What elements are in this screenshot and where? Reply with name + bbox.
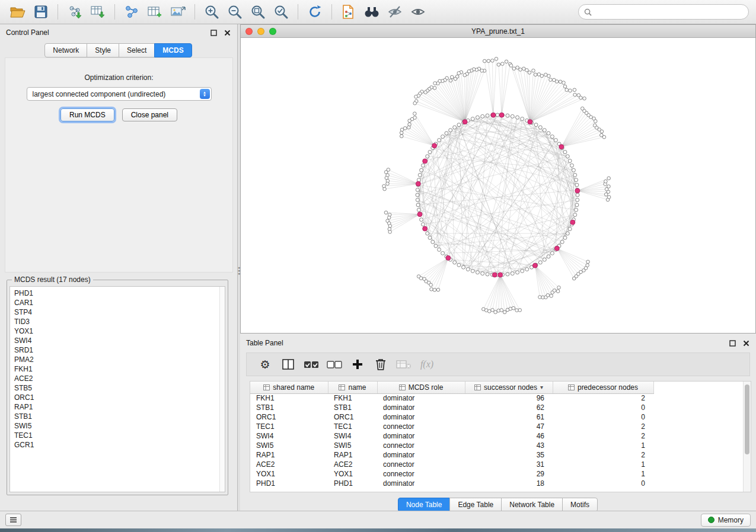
cell-successors[interactable]: 29 bbox=[465, 469, 553, 479]
search-input[interactable] bbox=[595, 8, 743, 16]
cell-successors[interactable]: 96 bbox=[465, 393, 553, 403]
tab-edge-table[interactable]: Edge Table bbox=[449, 498, 502, 512]
cell-role[interactable]: dominator bbox=[377, 479, 465, 488]
cell-shared-name[interactable]: ACE2 bbox=[250, 460, 328, 469]
select-all-rows-icon[interactable] bbox=[302, 356, 320, 373]
status-menu-icon[interactable] bbox=[5, 514, 21, 526]
export-image-icon[interactable] bbox=[167, 3, 189, 21]
mcds-result-item[interactable]: SWI4 bbox=[14, 336, 225, 345]
zoom-selected-icon[interactable] bbox=[270, 3, 292, 21]
cell-role[interactable]: connector bbox=[377, 441, 465, 450]
run-mcds-button[interactable]: Run MCDS bbox=[60, 108, 114, 121]
tab-network-table[interactable]: Network Table bbox=[501, 498, 563, 512]
table-row[interactable]: PHD1PHD1dominator180 bbox=[250, 479, 653, 488]
cell-role[interactable]: connector bbox=[377, 469, 465, 479]
float-panel-icon[interactable] bbox=[210, 29, 218, 37]
cell-predecessors[interactable]: 2 bbox=[553, 393, 653, 403]
table-row[interactable]: ACE2ACE2connector311 bbox=[250, 460, 653, 469]
cell-shared-name[interactable]: SWI4 bbox=[250, 431, 328, 441]
mcds-result-item[interactable]: PMA2 bbox=[14, 355, 225, 364]
maximize-window-icon[interactable] bbox=[269, 28, 276, 35]
deselect-all-rows-icon[interactable] bbox=[326, 356, 343, 373]
cell-successors[interactable]: 18 bbox=[465, 479, 553, 488]
table-scrollbar-thumb[interactable] bbox=[745, 384, 749, 454]
cell-predecessors[interactable]: 0 bbox=[553, 412, 653, 422]
memory-button[interactable]: Memory bbox=[701, 514, 751, 527]
cell-shared-name[interactable]: ORC1 bbox=[250, 412, 328, 422]
cell-successors[interactable]: 61 bbox=[465, 412, 553, 422]
cell-predecessors[interactable]: 2 bbox=[553, 422, 653, 431]
column-header-shared-name[interactable]: shared name bbox=[250, 382, 328, 393]
cell-predecessors[interactable]: 0 bbox=[553, 479, 653, 488]
tab-network[interactable]: Network bbox=[44, 43, 87, 57]
cell-role[interactable]: dominator bbox=[377, 450, 465, 460]
cell-role[interactable]: connector bbox=[377, 422, 465, 431]
import-table-icon[interactable] bbox=[87, 3, 109, 21]
cell-predecessors[interactable]: 2 bbox=[553, 450, 653, 460]
table-row[interactable]: SWI4SWI4dominator462 bbox=[250, 431, 653, 441]
cell-shared-name[interactable]: STB1 bbox=[250, 403, 328, 412]
cell-role[interactable]: dominator bbox=[377, 403, 465, 412]
cell-successors[interactable]: 62 bbox=[465, 403, 553, 412]
table-row[interactable]: STB1STB1dominator620 bbox=[250, 403, 653, 412]
table-row[interactable]: ORC1ORC1dominator610 bbox=[250, 412, 653, 422]
sort-descending-icon[interactable]: ▾ bbox=[540, 384, 543, 390]
refresh-layout-icon[interactable] bbox=[304, 3, 326, 21]
tab-style[interactable]: Style bbox=[87, 43, 119, 57]
add-column-icon[interactable] bbox=[349, 356, 366, 373]
table-scrollbar[interactable] bbox=[743, 382, 751, 492]
open-folder-icon[interactable] bbox=[7, 3, 28, 21]
cell-name[interactable]: YOX1 bbox=[328, 469, 377, 479]
cell-shared-name[interactable]: TEC1 bbox=[250, 422, 328, 431]
table-settings-gear-icon[interactable]: ⚙ bbox=[256, 356, 274, 373]
mcds-result-item[interactable]: STB5 bbox=[14, 383, 225, 393]
cell-predecessors[interactable]: 1 bbox=[553, 441, 653, 450]
zoom-fit-icon[interactable] bbox=[247, 3, 269, 21]
mcds-result-item[interactable]: STB1 bbox=[14, 412, 225, 421]
hide-elements-icon[interactable] bbox=[384, 3, 406, 21]
cell-name[interactable]: PHD1 bbox=[328, 479, 377, 488]
mcds-result-item[interactable]: FKH1 bbox=[14, 364, 225, 374]
minimize-window-icon[interactable] bbox=[257, 28, 264, 35]
binoculars-search-icon[interactable] bbox=[361, 3, 382, 21]
close-panel-button[interactable]: Close panel bbox=[122, 108, 177, 121]
zoom-in-icon[interactable] bbox=[201, 3, 222, 21]
delete-column-icon[interactable] bbox=[372, 356, 390, 373]
cell-shared-name[interactable]: SWI5 bbox=[250, 441, 328, 450]
mcds-result-item[interactable]: GCR1 bbox=[14, 440, 225, 450]
mcds-result-item[interactable]: SWI5 bbox=[14, 421, 225, 431]
column-header-name[interactable]: name bbox=[328, 382, 377, 393]
column-header-predecessor-nodes[interactable]: predecessor nodes bbox=[553, 382, 653, 393]
close-panel-icon[interactable] bbox=[224, 29, 231, 37]
cell-predecessors[interactable]: 0 bbox=[553, 403, 653, 412]
network-window-titlebar[interactable]: YPA_prune.txt_1 bbox=[241, 25, 755, 38]
tab-select[interactable]: Select bbox=[119, 43, 155, 57]
zoom-out-icon[interactable] bbox=[224, 3, 245, 21]
cell-role[interactable]: dominator bbox=[377, 431, 465, 441]
network-canvas[interactable] bbox=[241, 38, 755, 333]
cell-shared-name[interactable]: PHD1 bbox=[250, 479, 328, 488]
mcds-result-item[interactable]: CAR1 bbox=[14, 298, 225, 307]
column-visibility-icon[interactable] bbox=[279, 356, 297, 373]
mcds-result-item[interactable]: SRD1 bbox=[14, 345, 225, 355]
mcds-list-scrollbar[interactable] bbox=[219, 287, 225, 492]
float-panel-icon[interactable] bbox=[729, 339, 736, 347]
save-icon[interactable] bbox=[30, 3, 52, 21]
share-document-icon[interactable] bbox=[338, 3, 359, 21]
mcds-result-item[interactable]: ACE2 bbox=[14, 374, 225, 383]
mcds-result-item[interactable]: TID3 bbox=[14, 317, 225, 326]
show-elements-icon[interactable] bbox=[407, 3, 429, 21]
cell-successors[interactable]: 46 bbox=[465, 431, 553, 441]
cell-shared-name[interactable]: FKH1 bbox=[250, 393, 328, 403]
table-row[interactable]: RAP1RAP1dominator352 bbox=[250, 450, 653, 460]
cell-role[interactable]: dominator bbox=[377, 412, 465, 422]
cell-shared-name[interactable]: YOX1 bbox=[250, 469, 328, 479]
mcds-result-item[interactable]: PHD1 bbox=[14, 289, 225, 298]
table-row[interactable]: TEC1TEC1connector472 bbox=[250, 422, 653, 431]
close-panel-icon[interactable] bbox=[742, 339, 750, 347]
mcds-result-item[interactable]: TEC1 bbox=[14, 431, 225, 440]
table-row[interactable]: SWI5SWI5connector431 bbox=[250, 441, 653, 450]
criterion-dropdown[interactable]: largest connected component (undirected)… bbox=[27, 87, 212, 101]
tab-motifs[interactable]: Motifs bbox=[562, 498, 598, 512]
mcds-result-list[interactable]: PHD1CAR1STP4TID3YOX1SWI4SRD1PMA2FKH1ACE2… bbox=[9, 286, 225, 492]
